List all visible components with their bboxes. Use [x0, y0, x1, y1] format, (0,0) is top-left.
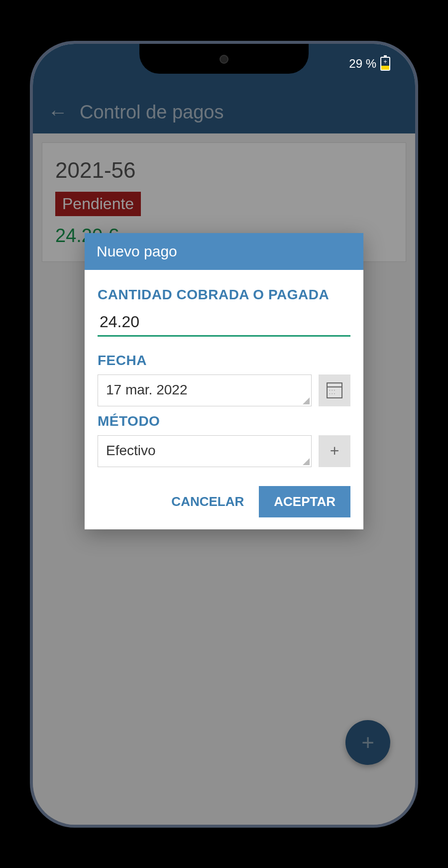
date-label: FECHA: [98, 353, 350, 369]
new-payment-dialog: Nuevo pago CANTIDAD COBRADA O PAGADA FEC…: [85, 233, 363, 529]
dropdown-corner-icon: [303, 397, 310, 404]
modal-overlay[interactable]: Nuevo pago CANTIDAD COBRADA O PAGADA FEC…: [33, 44, 415, 825]
battery-percent: 29 %: [349, 57, 376, 71]
battery-icon: +: [380, 57, 390, 71]
method-value: Efectivo: [106, 443, 156, 458]
amount-label: CANTIDAD COBRADA O PAGADA: [98, 287, 350, 303]
dialog-title: Nuevo pago: [85, 233, 363, 270]
status-bar: 29 % +: [349, 57, 390, 71]
phone-notch: [139, 44, 309, 74]
phone-frame: 29 % + ← Control de pagos 2021-56 Pendie…: [30, 41, 418, 828]
method-select[interactable]: Efectivo: [98, 435, 312, 467]
calendar-icon: [327, 382, 342, 398]
cancel-button[interactable]: CANCELAR: [166, 487, 249, 516]
app-screen: 29 % + ← Control de pagos 2021-56 Pendie…: [33, 44, 415, 825]
method-label: MÉTODO: [98, 413, 350, 429]
accept-button[interactable]: ACEPTAR: [259, 486, 350, 517]
plus-icon: +: [330, 442, 339, 460]
amount-input[interactable]: [98, 309, 350, 337]
date-value: 17 mar. 2022: [106, 382, 187, 397]
dropdown-corner-icon: [303, 458, 310, 465]
add-method-button[interactable]: +: [319, 435, 350, 467]
date-field[interactable]: 17 mar. 2022: [98, 374, 312, 406]
calendar-button[interactable]: [319, 374, 350, 406]
